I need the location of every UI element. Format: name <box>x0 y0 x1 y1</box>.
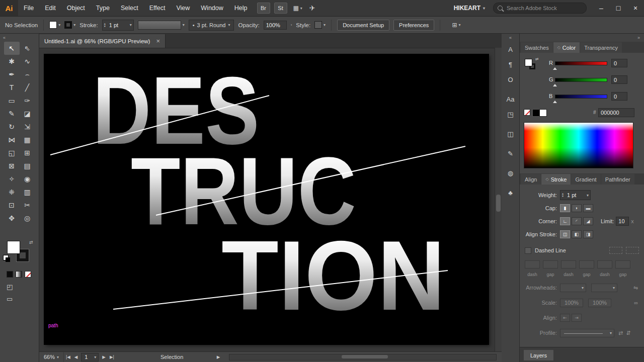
line-segment-tool[interactable]: ╱ <box>20 81 35 94</box>
bridge-button[interactable]: Br <box>257 3 270 14</box>
strip-collapse[interactable]: « <box>502 34 519 42</box>
magic-wand-tool[interactable]: ✱ <box>4 55 20 68</box>
black-swatch[interactable] <box>532 109 540 117</box>
hex-value-input[interactable] <box>598 108 634 117</box>
preferences-button[interactable]: Preferences <box>393 20 434 31</box>
green-value-input[interactable] <box>611 75 627 84</box>
curvature-tool[interactable]: ⌢ <box>20 68 35 81</box>
character-panel-icon[interactable]: Aa <box>502 92 519 107</box>
stock-search[interactable] <box>493 3 587 14</box>
menu-edit[interactable]: Edit <box>39 0 61 16</box>
menu-select[interactable]: Select <box>115 0 144 16</box>
stock-button[interactable]: St <box>274 3 287 14</box>
vertical-scrollbar-thumb[interactable] <box>496 195 501 212</box>
menu-effect[interactable]: Effect <box>144 0 171 16</box>
lasso-tool[interactable]: ∿ <box>20 55 35 68</box>
search-input[interactable] <box>506 5 571 12</box>
eraser-tool[interactable]: ◪ <box>20 107 35 120</box>
status-options-arrow[interactable]: ▶ <box>215 354 222 359</box>
stroke-color-dropdown[interactable]: ▾ <box>64 21 75 29</box>
document-grid-options[interactable]: ⊞ ▾ <box>452 22 460 29</box>
zoom-tool[interactable]: ◎ <box>20 212 35 225</box>
document-setup-button[interactable]: Document Setup <box>337 20 389 31</box>
symbol-sprayer-tool[interactable]: ❈ <box>4 186 20 199</box>
menu-window[interactable]: Window <box>195 0 228 16</box>
weight-input[interactable] <box>565 191 585 200</box>
perspective-grid-tool[interactable]: ⊞ <box>20 146 35 159</box>
chevron-down-icon[interactable]: ▾ <box>587 193 589 198</box>
app-logo[interactable]: Ai <box>0 0 18 16</box>
blue-slider-thumb[interactable] <box>553 99 557 103</box>
free-transform-tool[interactable]: ▦ <box>20 133 35 146</box>
blend-tool[interactable]: ◉ <box>20 172 35 186</box>
last-artboard-button[interactable]: ▶| <box>108 354 116 359</box>
tab-color[interactable]: ◇ Color <box>553 42 580 53</box>
vertical-scrollbar[interactable] <box>495 48 502 351</box>
red-slider-thumb[interactable] <box>553 65 557 70</box>
pencil-tool[interactable]: ✎ <box>4 107 20 120</box>
opacity-panel-arrow[interactable]: › <box>291 23 292 27</box>
weight-control[interactable]: ▴▾ ▾ <box>560 190 591 200</box>
gradient-mode-button[interactable] <box>16 271 22 278</box>
stroke-weight-input[interactable] <box>107 21 128 30</box>
color-guide-panel-icon[interactable]: ◍ <box>502 165 519 180</box>
round-join-button[interactable]: ◜ <box>572 217 582 225</box>
type-tool[interactable]: T <box>4 81 20 94</box>
horizontal-scrollbar-thumb[interactable] <box>342 355 388 358</box>
close-button[interactable]: × <box>627 0 644 16</box>
direct-selection-tool[interactable]: ⇖ <box>20 42 35 55</box>
arrange-documents-button[interactable]: ▦ ▾ <box>293 5 302 12</box>
stroke-weight-control[interactable]: ▴▾ ▾ <box>102 20 134 31</box>
tab-pathfinder[interactable]: Pathfinder <box>601 174 634 185</box>
paragraph-panel-icon[interactable]: ¶ <box>502 57 519 72</box>
color-mode-button[interactable] <box>7 271 13 278</box>
next-artboard-button[interactable]: ▶ <box>100 354 108 359</box>
menu-file[interactable]: File <box>18 0 39 16</box>
menu-help[interactable]: Help <box>229 0 253 16</box>
opentype-panel-icon[interactable]: O <box>502 72 519 87</box>
tab-gradient[interactable]: Gradient <box>571 174 600 185</box>
projecting-cap-button[interactable]: ▬ <box>583 204 593 212</box>
limit-input[interactable] <box>616 217 629 226</box>
stepper-icon[interactable]: ▴▾ <box>562 193 564 198</box>
white-swatch[interactable] <box>539 109 547 117</box>
color-spectrum[interactable] <box>524 122 633 168</box>
tab-layers[interactable]: Layers <box>524 350 553 360</box>
menu-object[interactable]: Object <box>61 0 91 16</box>
menu-view[interactable]: View <box>171 0 195 16</box>
fill-color-dropdown[interactable]: ▾ <box>49 21 60 29</box>
artboard-number-control[interactable]: ▾ <box>81 353 99 361</box>
width-tool[interactable]: ⋈ <box>4 133 20 146</box>
artboard-tool[interactable]: ⊡ <box>4 199 20 212</box>
slice-tool[interactable]: ✂ <box>20 199 35 212</box>
dock-expand[interactable]: » <box>520 34 644 42</box>
rectangle-tool[interactable]: ▭ <box>4 94 20 107</box>
stepper-icon[interactable]: ▴▾ <box>104 23 106 28</box>
tab-stroke[interactable]: ◇ Stroke <box>541 174 571 185</box>
paintbrush-tool[interactable]: ✑ <box>20 94 35 107</box>
tab-align[interactable]: Align <box>521 174 541 185</box>
brushes-panel-icon[interactable]: ✎ <box>502 146 519 161</box>
rotate-tool[interactable]: ↻ <box>4 120 20 133</box>
none-mode-button[interactable] <box>25 271 31 278</box>
pen-tool[interactable]: ✒ <box>4 68 20 81</box>
round-cap-button[interactable]: ◗ <box>572 204 582 212</box>
mesh-tool[interactable]: ⊠ <box>4 159 20 172</box>
red-value-input[interactable] <box>611 59 627 67</box>
screen-mode-button[interactable]: ▭ <box>7 295 13 303</box>
prev-artboard-button[interactable]: ◀ <box>72 354 80 359</box>
fill-color-indicator[interactable] <box>7 241 20 254</box>
symbols-panel-icon[interactable]: ♣ <box>502 185 519 200</box>
transform-panel-icon[interactable]: ◳ <box>502 107 519 122</box>
eyedropper-tool[interactable]: ✧ <box>4 172 20 186</box>
brush-definition-dropdown[interactable]: • 3 pt. Round ▾ <box>189 20 234 31</box>
workspace-switcher[interactable]: HIKEART ▾ <box>454 5 485 12</box>
none-swatch[interactable] <box>524 109 530 116</box>
tab-transparency[interactable]: Transparency <box>580 42 622 53</box>
variable-width-dropdown[interactable]: ▾ <box>138 21 185 30</box>
toolbar-collapse[interactable]: « <box>0 34 39 42</box>
selection-tool[interactable]: ↖ <box>4 42 20 55</box>
green-slider-thumb[interactable] <box>553 82 557 86</box>
dashed-line-checkbox[interactable] <box>525 247 531 254</box>
column-graph-tool[interactable]: ▥ <box>20 186 35 199</box>
